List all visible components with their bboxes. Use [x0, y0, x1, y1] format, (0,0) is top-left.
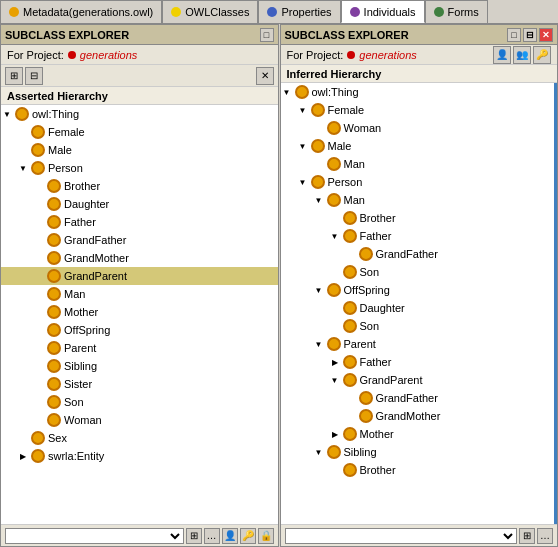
tree-item[interactable]: Son [281, 317, 555, 335]
tree-arrow[interactable] [297, 176, 309, 188]
tree-item[interactable]: Male [1, 141, 278, 159]
tree-item[interactable]: Son [281, 263, 555, 281]
tree-item[interactable]: Brother [1, 177, 278, 195]
tree-item[interactable]: Daughter [281, 299, 555, 317]
tab-individuals[interactable]: Individuals [341, 0, 425, 23]
class-icon [47, 305, 61, 319]
tree-arrow[interactable] [329, 356, 341, 368]
tree-item[interactable]: GrandMother [281, 407, 555, 425]
tree-item[interactable]: Parent [281, 335, 555, 353]
tree-item[interactable]: GrandParent [281, 371, 555, 389]
tab-owlclasses[interactable]: OWLClasses [162, 0, 258, 23]
tree-item[interactable]: Parent [1, 339, 278, 357]
tree-item[interactable]: GrandFather [281, 245, 555, 263]
tree-item[interactable]: Man [281, 155, 555, 173]
class-icon [343, 301, 357, 315]
expand-all-button[interactable]: ⊞ [5, 67, 23, 85]
tree-arrow[interactable] [313, 338, 325, 350]
left-toolbar: ⊞ ⊟ ✕ [1, 65, 278, 87]
class-icon [343, 463, 357, 477]
tree-label: Son [64, 396, 84, 408]
tree-item[interactable]: Sibling [1, 357, 278, 375]
tree-item[interactable]: Father [1, 213, 278, 231]
footer-btn4[interactable]: 🔑 [240, 528, 256, 544]
tab-forms[interactable]: Forms [425, 0, 488, 23]
right-close-button[interactable]: ✕ [539, 28, 553, 42]
class-icon [327, 445, 341, 459]
tree-arrow[interactable] [17, 450, 29, 462]
main-content: SUBCLASS EXPLORER □ For Project: generat… [0, 24, 558, 547]
right-restore-button[interactable]: ⊟ [523, 28, 537, 42]
tree-label: Daughter [64, 198, 109, 210]
class-icon [31, 431, 45, 445]
tree-arrow[interactable] [1, 108, 13, 120]
right-group-btn[interactable]: 👥 [513, 46, 531, 64]
tree-arrow[interactable] [17, 162, 29, 174]
footer-btn2[interactable]: … [204, 528, 220, 544]
tree-item[interactable]: OffSpring [1, 321, 278, 339]
tree-arrow[interactable] [329, 374, 341, 386]
right-maximize-button[interactable]: □ [507, 28, 521, 42]
tree-item[interactable]: GrandFather [1, 231, 278, 249]
right-person-btn[interactable]: 👤 [493, 46, 511, 64]
tab-properties[interactable]: Properties [258, 0, 340, 23]
tree-label: GrandMother [64, 252, 129, 264]
footer-btn5[interactable]: 🔒 [258, 528, 274, 544]
tree-arrow[interactable] [313, 284, 325, 296]
right-key-btn[interactable]: 🔑 [533, 46, 551, 64]
left-tree[interactable]: owl:ThingFemaleMalePersonBrotherDaughter… [1, 105, 278, 524]
tree-arrow[interactable] [281, 86, 293, 98]
tree-arrow[interactable] [329, 428, 341, 440]
tree-arrow[interactable] [297, 140, 309, 152]
tab-metadata[interactable]: Metadata(generations.owl) [0, 0, 162, 23]
tree-item[interactable]: Female [281, 101, 555, 119]
collapse-all-button[interactable]: ⊟ [25, 67, 43, 85]
tree-item[interactable]: Person [1, 159, 278, 177]
tree-item[interactable]: Mother [1, 303, 278, 321]
footer-btn3[interactable]: 👤 [222, 528, 238, 544]
class-icon [31, 449, 45, 463]
right-footer-btn1[interactable]: ⊞ [519, 528, 535, 544]
tree-item[interactable]: Male [281, 137, 555, 155]
tree-item[interactable]: owl:Thing [1, 105, 278, 123]
tree-item[interactable]: Sibling [281, 443, 555, 461]
tree-arrow[interactable] [313, 194, 325, 206]
tree-item[interactable]: Female [1, 123, 278, 141]
tree-item[interactable]: Mother [281, 425, 555, 443]
left-hierarchy-label: Asserted Hierarchy [1, 87, 278, 105]
tree-item[interactable]: Man [1, 285, 278, 303]
tree-item[interactable]: OffSpring [281, 281, 555, 299]
tree-item[interactable]: Father [281, 353, 555, 371]
tree-item[interactable]: owl:Thing [281, 83, 555, 101]
tree-item[interactable]: Person [281, 173, 555, 191]
class-icon [327, 337, 341, 351]
tree-label: Father [64, 216, 96, 228]
tree-item[interactable]: Sex [1, 429, 278, 447]
tree-arrow[interactable] [297, 104, 309, 116]
tree-item[interactable]: Daughter [1, 195, 278, 213]
tree-item[interactable]: GrandParent [1, 267, 278, 285]
footer-btn1[interactable]: ⊞ [186, 528, 202, 544]
tree-item[interactable]: Man [281, 191, 555, 209]
tree-item[interactable]: Brother [281, 209, 555, 227]
tree-label: Son [360, 266, 380, 278]
tree-item[interactable]: swrla:Entity [1, 447, 278, 465]
close-filter-button[interactable]: ✕ [256, 67, 274, 85]
class-icon [343, 265, 357, 279]
tree-arrow[interactable] [329, 230, 341, 242]
right-footer-select[interactable] [285, 528, 518, 544]
tree-label: GrandParent [64, 270, 127, 282]
right-footer-btn2[interactable]: … [537, 528, 553, 544]
tree-item[interactable]: Brother [281, 461, 555, 479]
tree-item[interactable]: Woman [1, 411, 278, 429]
tree-item[interactable]: Father [281, 227, 555, 245]
tree-item[interactable]: Son [1, 393, 278, 411]
tree-item[interactable]: Sister [1, 375, 278, 393]
left-footer-select[interactable] [5, 528, 184, 544]
tree-arrow[interactable] [313, 446, 325, 458]
tree-item[interactable]: GrandMother [1, 249, 278, 267]
maximize-button[interactable]: □ [260, 28, 274, 42]
right-tree[interactable]: owl:ThingFemaleWomanMaleManPersonManBrot… [281, 83, 558, 524]
tree-item[interactable]: GrandFather [281, 389, 555, 407]
tree-item[interactable]: Woman [281, 119, 555, 137]
